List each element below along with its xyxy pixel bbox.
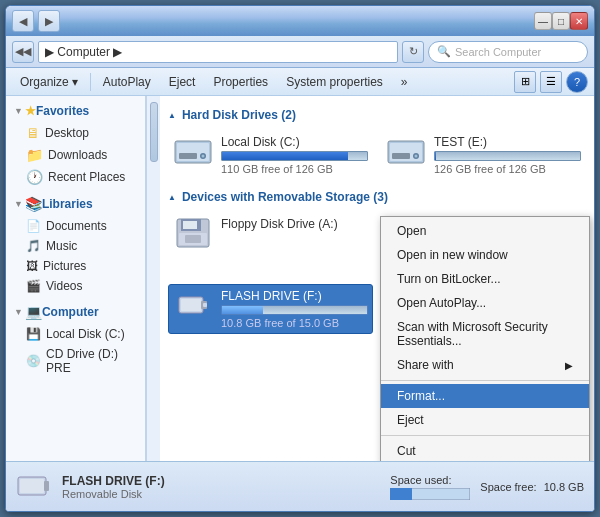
flash-f-detail: 10.8 GB free of 15.0 GB — [221, 317, 368, 329]
context-menu: Open Open in new window Turn on BitLocke… — [380, 216, 590, 461]
scroll-thumb[interactable] — [150, 102, 158, 162]
flash-f-name: FLASH DRIVE (F:) — [221, 289, 368, 303]
sidebar-scrollbar[interactable] — [146, 96, 160, 461]
local-c-name: Local Disk (C:) — [221, 135, 368, 149]
ctx-open-autoplay-label: Open AutoPlay... — [397, 296, 486, 310]
svg-point-9 — [415, 155, 418, 158]
sidebar-item-local-c[interactable]: 💾 Local Disk (C:) — [6, 324, 145, 344]
sidebar-computer-header[interactable]: ▼ 💻 Computer — [6, 300, 145, 324]
eject-button[interactable]: Eject — [161, 71, 204, 93]
title-bar-left: ◀ ▶ — [12, 10, 534, 32]
ctx-format[interactable]: Format... — [381, 384, 589, 408]
system-properties-button[interactable]: System properties — [278, 71, 391, 93]
ctx-open-label: Open — [397, 224, 426, 238]
sidebar-item-downloads[interactable]: 📁 Downloads — [6, 144, 145, 166]
search-placeholder: Search Computer — [455, 46, 541, 58]
hard-disk-section-label: Hard Disk Drives (2) — [182, 108, 296, 122]
svg-rect-26 — [44, 481, 49, 491]
organize-button[interactable]: Organize ▾ — [12, 71, 86, 93]
maximize-button[interactable]: □ — [552, 12, 570, 30]
main-panel: Hard Disk Drives (2) — [160, 96, 594, 461]
sidebar-item-cd-d[interactable]: 💿 CD Drive (D:) PRE — [6, 344, 145, 378]
close-button[interactable]: ✕ — [570, 12, 588, 30]
cd-d-label: CD Drive (D:) PRE — [46, 347, 133, 375]
flash-f-bar-fill — [222, 306, 263, 314]
music-label: Music — [46, 239, 77, 253]
sidebar-section-libraries: ▼ 📚 Libraries 📄 Documents 🎵 Music 🖼 Pict… — [6, 192, 145, 296]
ctx-bitlocker[interactable]: Turn on BitLocker... — [381, 267, 589, 291]
local-c-info: Local Disk (C:) 110 GB free of 126 GB — [221, 135, 368, 175]
sidebar-item-desktop[interactable]: 🖥 Desktop — [6, 122, 145, 144]
local-c-drive-icon — [173, 135, 213, 167]
sidebar-item-music[interactable]: 🎵 Music — [6, 236, 145, 256]
properties-button[interactable]: Properties — [205, 71, 276, 93]
flash-f-info: FLASH DRIVE (F:) 10.8 GB free of 15.0 GB — [221, 289, 368, 329]
view-details-button[interactable]: ☰ — [540, 71, 562, 93]
removable-section-label: Devices with Removable Storage (3) — [182, 190, 388, 204]
view-options-button[interactable]: ⊞ — [514, 71, 536, 93]
ctx-eject[interactable]: Eject — [381, 408, 589, 432]
svg-rect-14 — [185, 235, 201, 243]
videos-icon: 🎬 — [26, 279, 41, 293]
drive-local-c[interactable]: Local Disk (C:) 110 GB free of 126 GB — [168, 130, 373, 180]
libraries-label: Libraries — [42, 197, 93, 211]
sidebar-item-recent-places[interactable]: 🕐 Recent Places — [6, 166, 145, 188]
computer-icon: 💻 — [25, 304, 42, 320]
svg-rect-28 — [390, 488, 412, 500]
svg-rect-21 — [181, 299, 201, 311]
toolbar: Organize ▾ AutoPlay Eject Properties Sys… — [6, 68, 594, 96]
ctx-scan-security[interactable]: Scan with Microsoft Security Essentials.… — [381, 315, 589, 353]
desktop-label: Desktop — [45, 126, 89, 140]
pictures-label: Pictures — [43, 259, 86, 273]
forward-button[interactable]: ▶ — [38, 10, 60, 32]
local-c-label: Local Disk (C:) — [46, 327, 125, 341]
back-button[interactable]: ◀ — [12, 10, 34, 32]
floppy-a-name: Floppy Disk Drive (A:) — [221, 217, 368, 231]
sidebar-favorites-header[interactable]: ▼ ★ Favorites — [6, 100, 145, 122]
drive-test-e[interactable]: TEST (E:) 126 GB free of 126 GB — [381, 130, 586, 180]
sidebar-item-documents[interactable]: 📄 Documents — [6, 216, 145, 236]
ctx-share-with-label: Share with — [397, 358, 454, 372]
refresh-button[interactable]: ↻ — [402, 41, 424, 63]
ctx-open-autoplay[interactable]: Open AutoPlay... — [381, 291, 589, 315]
test-e-bar — [434, 151, 581, 161]
drive-flash-f[interactable]: FLASH DRIVE (F:) 10.8 GB free of 15.0 GB — [168, 284, 373, 334]
autoplay-button[interactable]: AutoPlay — [95, 71, 159, 93]
pictures-icon: 🖼 — [26, 259, 38, 273]
content-area: ▼ ★ Favorites 🖥 Desktop 📁 Downloads 🕐 Re… — [6, 96, 594, 461]
space-free-label: Space free: — [480, 481, 536, 493]
minimize-button[interactable]: — — [534, 12, 552, 30]
local-c-icon: 💾 — [26, 327, 41, 341]
videos-label: Videos — [46, 279, 82, 293]
search-icon: 🔍 — [437, 45, 451, 58]
ctx-share-with[interactable]: Share with ▶ — [381, 353, 589, 377]
explorer-window: ◀ ▶ — □ ✕ ◀◀ ▶ Computer ▶ ↻ 🔍 Search Com… — [5, 5, 595, 512]
status-drive-name: FLASH DRIVE (F:) — [62, 474, 380, 488]
chevron-libraries-icon: ▼ — [14, 199, 23, 209]
ctx-open[interactable]: Open — [381, 219, 589, 243]
documents-label: Documents — [46, 219, 107, 233]
help-button[interactable]: ? — [566, 71, 588, 93]
favorites-label: Favorites — [36, 104, 89, 118]
ctx-open-new-window[interactable]: Open in new window — [381, 243, 589, 267]
organize-arrow-icon: ▾ — [72, 75, 78, 89]
hard-disk-drives-grid: Local Disk (C:) 110 GB free of 126 GB — [168, 130, 586, 180]
sidebar-item-pictures[interactable]: 🖼 Pictures — [6, 256, 145, 276]
search-box[interactable]: 🔍 Search Computer — [428, 41, 588, 63]
sidebar-libraries-header[interactable]: ▼ 📚 Libraries — [6, 192, 145, 216]
ctx-scan-security-label: Scan with Microsoft Security Essentials.… — [397, 320, 573, 348]
recent-places-label: Recent Places — [48, 170, 125, 184]
floppy-a-icon — [173, 217, 213, 249]
flash-f-bar — [221, 305, 368, 315]
favorites-star-icon: ★ — [25, 104, 36, 118]
address-path[interactable]: ▶ Computer ▶ — [38, 41, 398, 63]
sidebar-item-videos[interactable]: 🎬 Videos — [6, 276, 145, 296]
ctx-cut[interactable]: Cut — [381, 439, 589, 461]
ctx-open-new-window-label: Open in new window — [397, 248, 508, 262]
local-c-detail: 110 GB free of 126 GB — [221, 163, 368, 175]
status-bar: FLASH DRIVE (F:) Removable Disk Space us… — [6, 461, 594, 511]
back-nav-button[interactable]: ◀◀ — [12, 41, 34, 63]
more-button[interactable]: » — [393, 71, 416, 93]
drive-floppy-a[interactable]: Floppy Disk Drive (A:) — [168, 212, 373, 276]
ctx-eject-label: Eject — [397, 413, 424, 427]
